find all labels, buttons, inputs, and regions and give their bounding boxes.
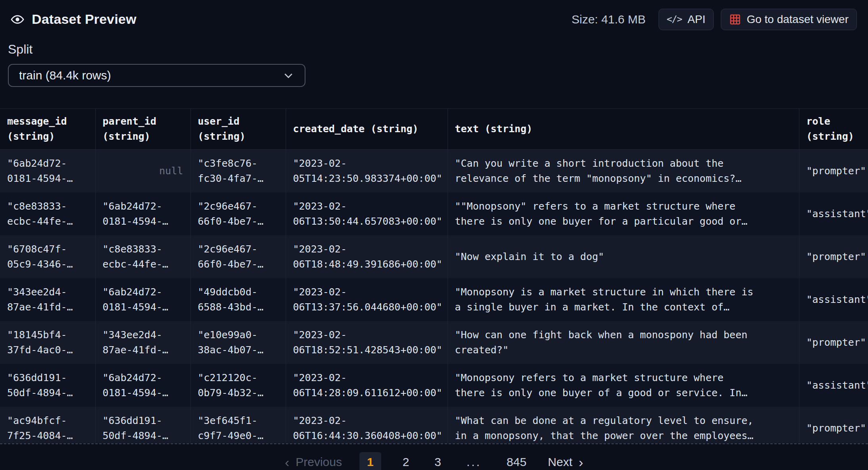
table-header-row: message_id (string)parent_id (string)use…: [0, 109, 868, 150]
cell-created_date: "2023-02-06T14:28:09.611612+00:00": [286, 364, 447, 407]
grid-icon: [729, 13, 741, 25]
cell-user_id: "e10e99a0-38ac-4b07-…: [190, 321, 286, 364]
cell-role: "prompter": [799, 150, 868, 193]
page-button-3[interactable]: 3: [430, 453, 445, 470]
cell-message_id: "636dd191-50df-4894-…: [0, 364, 95, 407]
cell-user_id: "3ef645f1-c9f7-49e0-…: [190, 407, 286, 444]
cell-created_date: "2023-02-06T18:52:51.428543+00:00": [286, 321, 447, 364]
cell-text: ""Monopsony" refers to a market structur…: [447, 193, 799, 235]
chevron-right-icon: ›: [579, 455, 583, 469]
cell-role: "prompter": [799, 407, 868, 444]
page-buttons: 123...845: [359, 452, 530, 470]
cell-user_id: "c212120c-0b79-4b32-…: [190, 364, 286, 407]
pagination: ‹ Previous 123...845 Next ›: [0, 449, 868, 470]
page-button-845[interactable]: 845: [503, 453, 530, 470]
cell-message_id: "18145bf4-37fd-4ac0-…: [0, 321, 95, 364]
table-row: "343ee2d4-87ae-41fd-…"6ab24d72-0181-4594…: [0, 278, 868, 321]
table-row: "18145bf4-37fd-4ac0-…"343ee2d4-87ae-41fd…: [0, 321, 868, 364]
cell-parent_id: "6ab24d72-0181-4594-…: [95, 278, 190, 321]
dataset-size-label: Size: 41.6 MB: [572, 13, 646, 26]
table-row: "6ab24d72-0181-4594-…null"c3fe8c76-fc30-…: [0, 150, 868, 193]
cell-user_id: "49ddcb0d-6588-43bd-…: [190, 278, 286, 321]
cell-user_id: "2c96e467-66f0-4be7-…: [190, 193, 286, 235]
previous-label: Previous: [296, 455, 342, 469]
chevron-down-icon: [282, 69, 294, 81]
cell-user_id: "2c96e467-66f0-4be7-…: [190, 235, 286, 278]
table-viewport[interactable]: message_id (string)parent_id (string)use…: [0, 108, 868, 444]
api-button[interactable]: </> API: [659, 9, 714, 30]
split-label: Split: [8, 42, 868, 57]
cell-role: "assistant": [799, 278, 868, 321]
table-row: "6708c47f-05c9-4346-…"c8e83833-ecbc-44fe…: [0, 235, 868, 278]
page-button-2[interactable]: 2: [399, 453, 413, 470]
eye-icon: [10, 12, 25, 27]
cell-role: "assistant": [799, 193, 868, 235]
cell-created_date: "2023-02-05T14:23:50.983374+00:00": [286, 150, 447, 193]
cell-role: "prompter": [799, 321, 868, 364]
cell-created_date: "2023-02-06T16:44:30.360408+00:00": [286, 407, 447, 444]
cell-parent_id: "636dd191-50df-4894-…: [95, 407, 190, 444]
cell-role: "assistant": [799, 364, 868, 407]
cell-message_id: "6ab24d72-0181-4594-…: [0, 150, 95, 193]
previous-page-button[interactable]: ‹ Previous: [285, 455, 342, 469]
cell-parent_id: "6ab24d72-0181-4594-…: [95, 364, 190, 407]
column-header-user_id: user_id (string): [190, 109, 286, 150]
table-row: "ac94bfcf-7f25-4084-…"636dd191-50df-4894…: [0, 407, 868, 444]
column-header-message_id: message_id (string): [0, 109, 95, 150]
dataset-viewer-button[interactable]: Go to dataset viewer: [721, 9, 857, 30]
column-header-text: text (string): [447, 109, 799, 150]
cell-text: "Monopsony refers to a market structure …: [447, 364, 799, 407]
code-icon: </>: [667, 14, 682, 25]
cell-message_id: "ac94bfcf-7f25-4084-…: [0, 407, 95, 444]
cell-parent_id: null: [95, 150, 190, 193]
column-header-parent_id: parent_id (string): [95, 109, 190, 150]
table-row: "c8e83833-ecbc-44fe-…"6ab24d72-0181-4594…: [0, 193, 868, 235]
topbar: Dataset Preview Size: 41.6 MB </> API Go…: [0, 0, 868, 30]
split-select[interactable]: train (84.4k rows): [8, 64, 305, 87]
cell-message_id: "c8e83833-ecbc-44fe-…: [0, 193, 95, 235]
cell-text: "Can you write a short introduction abou…: [447, 150, 799, 193]
table-row: "636dd191-50df-4894-…"6ab24d72-0181-4594…: [0, 364, 868, 407]
split-select-value: train (84.4k rows): [19, 69, 111, 82]
cell-role: "prompter": [799, 235, 868, 278]
cell-parent_id: "6ab24d72-0181-4594-…: [95, 193, 190, 235]
dataset-table: message_id (string)parent_id (string)use…: [0, 109, 868, 444]
cell-message_id: "343ee2d4-87ae-41fd-…: [0, 278, 95, 321]
cell-text: "Monopsony is a market structure in whic…: [447, 278, 799, 321]
cell-parent_id: "c8e83833-ecbc-44fe-…: [95, 235, 190, 278]
page-button-1[interactable]: 1: [359, 452, 381, 470]
table-body: "6ab24d72-0181-4594-…null"c3fe8c76-fc30-…: [0, 150, 868, 444]
cell-created_date: "2023-02-06T18:48:49.391686+00:00": [286, 235, 447, 278]
chevron-left-icon: ‹: [285, 455, 289, 469]
cell-text: "How can one fight back when a monospony…: [447, 321, 799, 364]
page-title: Dataset Preview: [32, 12, 136, 27]
cell-parent_id: "343ee2d4-87ae-41fd-…: [95, 321, 190, 364]
dataset-viewer-button-label: Go to dataset viewer: [747, 13, 849, 26]
column-header-created_date: created_date (string): [286, 109, 447, 150]
cell-created_date: "2023-02-06T13:50:44.657083+00:00": [286, 193, 447, 235]
cell-message_id: "6708c47f-05c9-4346-…: [0, 235, 95, 278]
cell-user_id: "c3fe8c76-fc30-4fa7-…: [190, 150, 286, 193]
api-button-label: API: [687, 13, 705, 26]
page-ellipsis: ...: [463, 453, 485, 470]
cell-text: "What can be done at a regulatory level …: [447, 407, 799, 444]
next-page-button[interactable]: Next ›: [548, 455, 583, 469]
cell-created_date: "2023-02-06T13:37:56.044680+00:00": [286, 278, 447, 321]
column-header-role: role (string): [799, 109, 868, 150]
next-label: Next: [548, 455, 572, 469]
cell-text: "Now explain it to a dog": [447, 235, 799, 278]
